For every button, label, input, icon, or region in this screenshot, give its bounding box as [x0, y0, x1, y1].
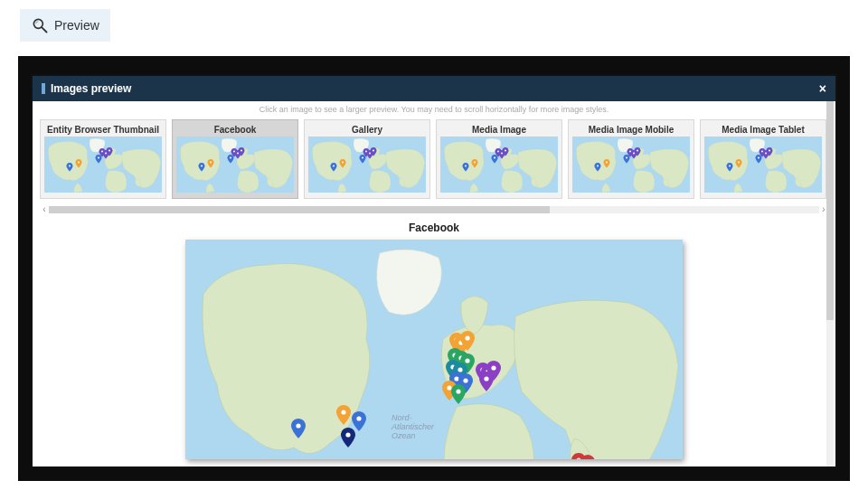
svg-line-4 — [42, 27, 46, 32]
thumbnail-item[interactable]: Facebook — [172, 119, 298, 199]
scroll-left-button[interactable]: ‹ — [40, 204, 49, 214]
thumbnail-label: Entity Browser Thumbnail — [44, 124, 162, 137]
thumbnail-item[interactable]: Entity Browser Thumbnail — [40, 119, 166, 199]
large-preview-image: Nord-AtlantischerOzean — [185, 240, 683, 459]
thumbnail-label: Gallery — [308, 124, 426, 137]
preview-button[interactable]: Preview — [20, 9, 110, 42]
thumbnail-strip[interactable]: Entity Browser Thumbnail Facebook Galler… — [40, 119, 828, 203]
vertical-scrollbar[interactable] — [826, 101, 834, 466]
large-preview-title: Facebook — [409, 220, 459, 240]
modal-backdrop: Images preview × Click an image to see a… — [18, 56, 850, 481]
thumbnail-item[interactable]: Media Image Tablet — [700, 119, 826, 199]
thumbnail-item[interactable]: Media Image — [436, 119, 562, 199]
scrollbar-thumb[interactable] — [49, 206, 550, 213]
images-preview-modal: Images preview × Click an image to see a… — [31, 74, 837, 468]
modal-title: Images preview — [51, 82, 131, 95]
preview-button-label: Preview — [54, 18, 99, 33]
modal-header: Images preview × — [33, 76, 835, 101]
thumbnail-label: Media Image Mobile — [572, 124, 690, 137]
header-accent — [42, 83, 45, 94]
thumbnail-label: Media Image — [440, 124, 558, 137]
thumbnail-item[interactable]: Media Image Mobile — [568, 119, 694, 199]
thumbnail-item[interactable]: Gallery — [304, 119, 430, 199]
hint-text: Click an image to see a larger preview. … — [33, 101, 835, 119]
horizontal-scrollbar[interactable] — [49, 206, 819, 213]
search-icon — [31, 16, 49, 34]
close-icon[interactable]: × — [819, 82, 826, 95]
thumbnail-label: Media Image Tablet — [704, 124, 822, 137]
vertical-scrollbar-thumb[interactable] — [826, 101, 834, 320]
thumbnail-label: Facebook — [176, 124, 294, 137]
